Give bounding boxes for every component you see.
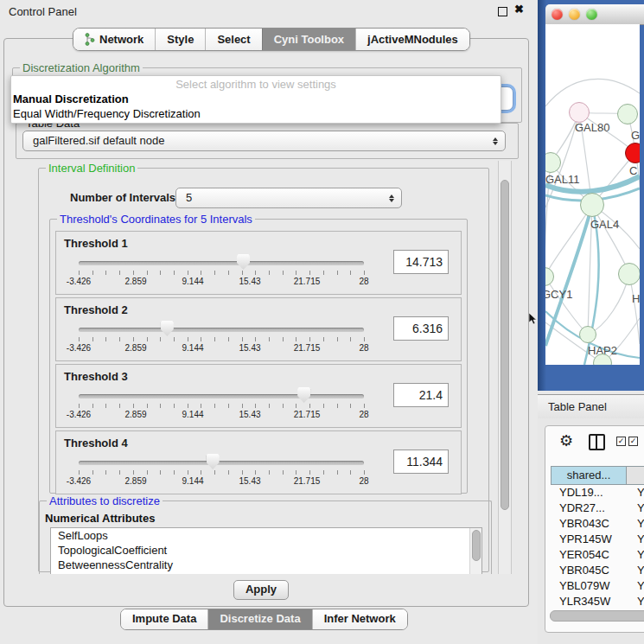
- tab-label: Infer Network: [324, 612, 396, 625]
- table-data-combobox[interactable]: galFiltered.sif default node: [22, 131, 506, 151]
- cell-shared-name: YBR045C: [551, 563, 627, 578]
- list-scrollbar[interactable]: [469, 528, 481, 574]
- network-node[interactable]: [617, 104, 638, 124]
- threshold-value-field[interactable]: 14.713: [393, 250, 449, 274]
- dropdown-option-equal-width[interactable]: Equal Width/Frequency Discretization: [11, 107, 501, 122]
- tab-cyni-toolbox[interactable]: Cyni Toolbox: [262, 29, 355, 50]
- column-header-shared-name[interactable]: shared...: [551, 466, 627, 485]
- group-title: Attributes to discretize: [47, 494, 163, 507]
- threshold-panel: Threshold 4 -3.4262.8599.14415.4321.7152…: [55, 430, 462, 494]
- threshold-value-field[interactable]: 6.316: [393, 316, 449, 341]
- number-of-intervals-combobox[interactable]: 5: [175, 188, 402, 208]
- table-rows: YDL19...YDL1YDR27...YDR2YBR043CYBR0YPR14…: [551, 485, 644, 613]
- tab-select[interactable]: Select: [205, 29, 261, 50]
- slider-thumb[interactable]: [161, 321, 174, 336]
- cell-name: YER0: [627, 547, 644, 563]
- table-row[interactable]: YDR27...YDR2: [551, 501, 644, 516]
- tab-label: Impute Data: [132, 612, 196, 625]
- slider-thumb[interactable]: [297, 387, 310, 403]
- table-row[interactable]: YBR043CYBR0: [551, 516, 644, 532]
- table-row[interactable]: YLR345WYLR3: [551, 594, 644, 609]
- table-row[interactable]: YPR145WYPR1: [551, 532, 644, 547]
- checkbox-icon[interactable]: ✓: [616, 437, 626, 446]
- tick-label: 28: [359, 277, 368, 286]
- tab-discretize-data[interactable]: Discretize Data: [207, 609, 311, 629]
- cell-name: YBR0: [627, 563, 644, 578]
- tab-jactivemnodules[interactable]: jActiveMNodules: [355, 29, 469, 50]
- network-node[interactable]: [580, 193, 604, 217]
- tab-label: Select: [217, 33, 250, 46]
- dropdown-option-manual[interactable]: Manual Discretization: [11, 92, 501, 107]
- list-item[interactable]: SelfLoops: [51, 528, 481, 543]
- threshold-value-field[interactable]: 21.4: [393, 383, 449, 407]
- slider-thumb[interactable]: [207, 454, 220, 469]
- node-table-container: ⚙ ✓ ✓ shared... n YDL19...YDL1YDR27...YD…: [545, 425, 644, 633]
- close-traffic-light[interactable]: [552, 9, 563, 20]
- combobox-value: galFiltered.sif default node: [33, 134, 164, 147]
- list-scrollbar-thumb[interactable]: [472, 530, 481, 561]
- tab-style[interactable]: Style: [155, 29, 205, 50]
- cell-shared-name: YDR27...: [551, 501, 627, 516]
- minimize-traffic-light[interactable]: [569, 9, 580, 20]
- table-row[interactable]: YDL19...YDL1: [551, 485, 644, 501]
- gear-icon[interactable]: ⚙: [559, 431, 573, 450]
- apply-button[interactable]: Apply: [233, 580, 289, 600]
- threshold-slider[interactable]: -3.4262.8599.14415.4321.71528: [79, 431, 364, 494]
- float-window-icon[interactable]: [498, 7, 507, 16]
- network-node[interactable]: [579, 326, 596, 343]
- split-columns-icon[interactable]: [589, 434, 605, 450]
- network-node[interactable]: [625, 143, 640, 163]
- attributes-listbox[interactable]: SelfLoopsTopologicalCoefficientBetweenne…: [50, 527, 482, 574]
- table-row[interactable]: YBL079WYBL0: [551, 578, 644, 594]
- network-node[interactable]: [569, 102, 590, 123]
- threshold-slider[interactable]: -3.4262.8599.14415.4321.71528: [79, 365, 364, 427]
- tick-label: 28: [359, 410, 368, 419]
- threshold-slider[interactable]: -3.4262.8599.14415.4321.71528: [79, 298, 364, 360]
- cell-shared-name: YLR345W: [551, 594, 627, 609]
- mouse-cursor: [529, 313, 537, 325]
- tab-network[interactable]: Network: [73, 29, 155, 50]
- settings-scrollbar[interactable]: [498, 161, 512, 574]
- slider-ticks: [79, 271, 365, 275]
- tab-impute-data[interactable]: Impute Data: [121, 609, 207, 629]
- network-node[interactable]: [618, 263, 640, 285]
- spinner-arrows-icon: [389, 188, 394, 207]
- list-item[interactable]: TopologicalCoefficient: [51, 543, 481, 558]
- table-row[interactable]: YBR045CYBR0: [551, 563, 644, 578]
- table-hscrollbar[interactable]: [550, 609, 644, 621]
- table-row[interactable]: YER054CYER0: [551, 547, 644, 563]
- tick-label: 15.43: [239, 476, 260, 486]
- tick-label: 28: [359, 343, 368, 353]
- slider-track: [79, 394, 364, 399]
- list-item[interactable]: BetweennessCentrality: [51, 558, 481, 572]
- column-header-name[interactable]: n: [627, 466, 644, 485]
- settings-scrollbar-thumb[interactable]: [501, 180, 509, 510]
- close-icon[interactable]: ✖: [514, 3, 524, 16]
- network-icon: [85, 33, 95, 46]
- slider-track: [79, 261, 364, 265]
- tick-label: 21.715: [294, 343, 321, 353]
- slider-track: [79, 328, 364, 332]
- network-node-label: C: [629, 164, 637, 177]
- tick-label: 28: [359, 476, 368, 486]
- attributes-group: Attributes to discretize Numerical Attri…: [39, 501, 492, 574]
- threshold-slider[interactable]: -3.4262.8599.14415.4321.71528: [79, 232, 364, 294]
- table-hscrollbar-thumb[interactable]: [550, 610, 644, 622]
- tab-infer-network[interactable]: Infer Network: [312, 609, 407, 629]
- network-canvas[interactable]: GAL80GCGAL11GAL4GCY1HHAP2: [545, 24, 640, 365]
- slider-ticks: [79, 404, 365, 408]
- table-panel-title: Table Panel: [548, 400, 607, 413]
- tab-label: jActiveMNodules: [367, 33, 458, 46]
- slider-thumb[interactable]: [237, 254, 250, 270]
- algorithm-dropdown-popup: Select algorithm to view settings Manual…: [10, 75, 501, 124]
- tick-label: 2.859: [124, 277, 146, 286]
- cell-name: YDR2: [627, 501, 644, 516]
- zoom-traffic-light[interactable]: [586, 9, 597, 20]
- checkbox-icon[interactable]: ✓: [628, 437, 638, 446]
- cell-name: YDL1: [627, 485, 644, 501]
- threshold-value-field[interactable]: 11.344: [393, 450, 449, 474]
- dropdown-placeholder-item: Select algorithm to view settings: [11, 76, 501, 92]
- network-window-titlebar[interactable]: [545, 4, 644, 25]
- slider-tick-labels: -3.4262.8599.14415.4321.71528: [79, 410, 364, 422]
- combobox-value: 5: [186, 191, 192, 204]
